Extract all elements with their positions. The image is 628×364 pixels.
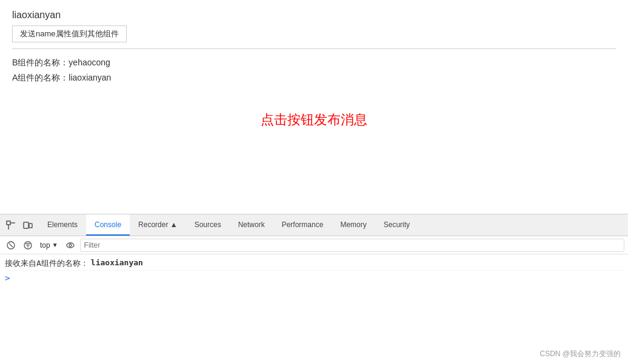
dropdown-arrow-icon: ▼ (52, 242, 58, 248)
log-value: liaoxianyan (91, 258, 143, 267)
filter-toggle-button[interactable] (21, 238, 35, 253)
context-selector[interactable]: top ▼ (38, 240, 61, 251)
divider (12, 48, 616, 49)
console-output: 接收来自A组件的名称： liaoxianyan > (0, 254, 628, 364)
svg-rect-0 (7, 221, 10, 225)
send-button[interactable]: 发送name属性值到其他组件 (12, 25, 127, 42)
component-name-text: liaoxianyan (12, 10, 616, 21)
inspect-element-button[interactable] (2, 217, 19, 234)
console-toolbar: top ▼ (0, 236, 628, 254)
main-content: liaoxianyan 发送name属性值到其他组件 B组件的名称：yehaoc… (0, 0, 628, 215)
tab-memory[interactable]: Memory (332, 214, 375, 236)
devtools-topbar: Elements Console Recorder ▲ Sources Netw… (0, 214, 628, 236)
svg-line-6 (9, 243, 13, 247)
device-toggle-button[interactable] (19, 217, 36, 234)
prompt-chevron: > (5, 273, 10, 283)
component-info: B组件的名称：yehaocong A组件的名称：liaoxianyan (12, 55, 616, 85)
a-component-value: liaoxianyan (68, 73, 111, 82)
svg-rect-3 (24, 222, 28, 228)
tab-recorder[interactable]: Recorder ▲ (130, 214, 186, 236)
eye-button[interactable] (63, 238, 78, 253)
console-filter-input[interactable] (80, 239, 624, 252)
tab-sources[interactable]: Sources (186, 214, 230, 236)
b-component-info: B组件的名称：yehaocong (12, 55, 616, 70)
tab-security[interactable]: Security (375, 214, 418, 236)
devtools-panel: Elements Console Recorder ▲ Sources Netw… (0, 214, 628, 364)
devtools-tabs: Elements Console Recorder ▲ Sources Netw… (39, 214, 418, 236)
b-component-value: yehaocong (68, 58, 110, 67)
tab-console[interactable]: Console (86, 214, 130, 236)
clear-console-button[interactable] (4, 238, 18, 253)
console-prompt[interactable]: > (5, 271, 623, 285)
a-component-label: A组件的名称： (12, 73, 68, 82)
b-component-label: B组件的名称： (12, 58, 68, 67)
tab-performance[interactable]: Performance (273, 214, 332, 236)
log-prefix: 接收来自A组件的名称： (5, 258, 89, 269)
center-message: 点击按钮发布消息 (261, 111, 367, 129)
tab-network[interactable]: Network (230, 214, 273, 236)
svg-point-11 (67, 243, 74, 248)
console-log-line: 接收来自A组件的名称： liaoxianyan (5, 257, 623, 271)
tab-elements[interactable]: Elements (39, 214, 86, 236)
a-component-info: A组件的名称：liaoxianyan (12, 70, 616, 85)
svg-rect-4 (29, 223, 32, 228)
svg-point-12 (69, 244, 72, 247)
watermark: CSDN @我会努力变强的 (539, 349, 621, 359)
